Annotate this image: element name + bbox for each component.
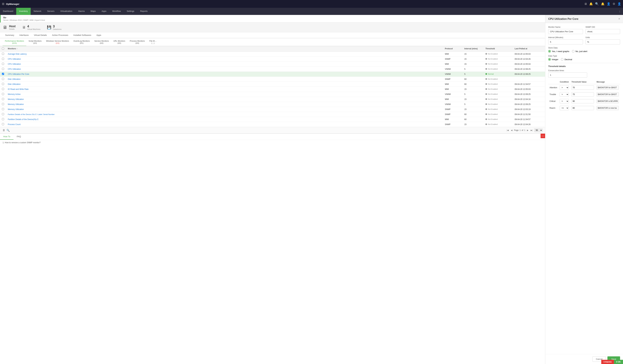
row-checkbox-10[interactable] [2, 98, 4, 100]
row-name-5[interactable]: CPU Utilization Per Core [6, 73, 443, 75]
row-checkbox-6[interactable] [2, 78, 4, 80]
row-name-12[interactable]: Memory Utilization [6, 108, 443, 110]
row-checkbox-7[interactable] [2, 83, 4, 85]
monitor-name-input[interactable] [548, 29, 583, 34]
row-name-14[interactable]: Partition Details of the Device(%)-C: [6, 118, 443, 121]
subnav-installed-softwares[interactable]: Installed Softwares [71, 32, 94, 38]
per-page-select[interactable]: 50 100 200 [534, 128, 542, 132]
rearm-message-input[interactable] [597, 106, 619, 110]
snmp-oid-input[interactable] [585, 29, 620, 34]
collapse-button[interactable]: — [541, 134, 545, 138]
row-name-11[interactable]: Memory Utilization [6, 103, 443, 106]
row-checkbox-2[interactable] [2, 58, 4, 60]
store-data-yes[interactable]: Yes, I need graphs [548, 50, 569, 53]
attention-value-input[interactable] [571, 86, 594, 90]
subnav-summary[interactable]: Summary [2, 32, 17, 38]
tab-script-monitors[interactable]: Script Monitors (0/3) [26, 38, 44, 46]
nav-more[interactable]: ⋮ [616, 8, 623, 15]
critical-message-input[interactable] [597, 99, 619, 103]
row-checkbox-11[interactable] [2, 103, 4, 105]
critical-condition-select[interactable]: > >= < <= [560, 99, 569, 104]
row-checkbox-1[interactable] [2, 53, 4, 55]
row-checkbox-15[interactable] [2, 123, 4, 125]
row-checkbox-8[interactable] [2, 88, 4, 90]
settings-icon[interactable]: ⚙ [613, 2, 615, 6]
trouble-message-input[interactable] [597, 92, 619, 97]
avatar-icon[interactable]: 👤 [618, 2, 621, 6]
units-input[interactable] [585, 40, 620, 44]
tab-how-to[interactable]: How To [0, 134, 13, 140]
row-name-7[interactable]: Disk Utilization [6, 83, 443, 85]
tab-process-monitors[interactable]: Process Monitors (0/0) [128, 38, 147, 46]
rearm-condition-select[interactable]: <= < > >= [560, 106, 569, 110]
row-checkbox-5[interactable] [2, 73, 4, 75]
rearm-value-input[interactable] [571, 106, 594, 110]
row-name-9[interactable]: Memory Active [6, 93, 443, 95]
tab-url-monitors[interactable]: URL Monitors (0/0) [111, 38, 128, 46]
nav-dashboard[interactable]: Dashboard [0, 8, 16, 15]
row-name-2[interactable]: CPU Utilization [6, 58, 443, 60]
nav-workflow[interactable]: Workflow [109, 8, 124, 15]
row-name-4[interactable]: CPU Utilization [6, 68, 443, 70]
tab-windows-service-monitors[interactable]: Windows Service Monitors (1/1) [44, 38, 71, 46]
row-checkbox-13[interactable] [2, 113, 4, 115]
data-type-decimal[interactable]: Decimal [561, 58, 572, 61]
row-checkbox-4[interactable] [2, 68, 4, 70]
bell-icon[interactable]: 🔔 [589, 2, 593, 6]
last-page-button[interactable]: ▶| [530, 129, 533, 132]
next-page-button[interactable]: ▶ [526, 129, 529, 132]
subnav-virtual-details[interactable]: Virtual Details [31, 32, 49, 38]
data-type-integer[interactable]: Integer [548, 58, 558, 61]
search-icon[interactable]: 🔍 [595, 2, 599, 6]
user-icon[interactable]: 👤 [607, 2, 610, 6]
nav-maps[interactable]: Maps [88, 8, 99, 15]
row-interval-7: 60 [462, 83, 484, 85]
row-name-1[interactable]: Average Disk Latency [6, 53, 443, 55]
nav-apps[interactable]: Apps [99, 8, 109, 15]
row-name-13[interactable]: Partition Details of the Device (%)-C:\ … [6, 113, 443, 115]
subnav-interfaces[interactable]: Interfaces [17, 32, 31, 38]
nav-servers[interactable]: Servers [44, 8, 57, 15]
row-name-3[interactable]: CPU Utilization [6, 63, 443, 65]
tab-performance-monitors[interactable]: Performance Monitors (0/15) [2, 38, 26, 46]
trouble-condition-select[interactable]: > >= < <= [560, 92, 569, 97]
prev-page-button[interactable]: ◀ [510, 129, 513, 132]
tab-eventlog-monitors[interactable]: EventLog Monitors (0/1) [71, 38, 92, 46]
nav-reports[interactable]: Reports [137, 8, 151, 15]
monitor-icon[interactable]: 🖥 [584, 2, 587, 6]
select-all-checkbox[interactable] [2, 47, 4, 50]
close-button[interactable]: × [618, 17, 620, 21]
nav-network[interactable]: Network [31, 8, 44, 15]
subnav-active-processes[interactable]: Active Processes [49, 32, 71, 38]
nav-inventory[interactable]: Inventory [16, 8, 31, 15]
search-table-icon[interactable]: 🔍 [6, 129, 10, 132]
tab-file-monitors[interactable]: File M… (…) [147, 38, 159, 46]
nav-virtualization[interactable]: Virtualization [57, 8, 75, 15]
tab-service-monitors[interactable]: Service Monitors (0/0) [92, 38, 111, 46]
notification-icon[interactable]: 🔔 [601, 2, 604, 6]
row-name-15[interactable]: Process Count [6, 123, 443, 126]
interval-input[interactable] [548, 40, 583, 44]
attention-message-input[interactable] [597, 86, 619, 90]
row-name-6[interactable]: Disk Utilization [6, 78, 443, 80]
grid-icon[interactable]: ⊞ [2, 2, 4, 6]
row-name-10[interactable]: Memory Utilization [6, 98, 443, 100]
first-page-button[interactable]: |◀ [506, 129, 509, 132]
nav-settings[interactable]: Settings [124, 8, 137, 15]
ok-badge[interactable]: 0 OK [614, 360, 623, 364]
subnav-apps[interactable]: Apps [94, 32, 104, 38]
delete-icon[interactable]: 🗑 [2, 129, 5, 132]
critical-value-input[interactable] [571, 99, 594, 103]
attention-condition-select[interactable]: > >= < <= [560, 85, 569, 90]
row-checkbox-14[interactable] [2, 118, 4, 120]
row-checkbox-9[interactable] [2, 93, 4, 95]
store-data-no[interactable]: No, just alert [572, 50, 587, 53]
consecutive-times-input[interactable] [548, 72, 587, 78]
nav-alarms[interactable]: Alarms [75, 8, 88, 15]
row-checkbox-12[interactable] [2, 108, 4, 110]
row-name-8[interactable]: IO Read and Write Rate [6, 88, 443, 90]
row-checkbox-3[interactable] [2, 63, 4, 65]
alarms-badge[interactable]: 3 Alarms [601, 360, 614, 364]
tab-faq[interactable]: FAQ [13, 134, 24, 140]
trouble-value-input[interactable] [571, 92, 594, 97]
